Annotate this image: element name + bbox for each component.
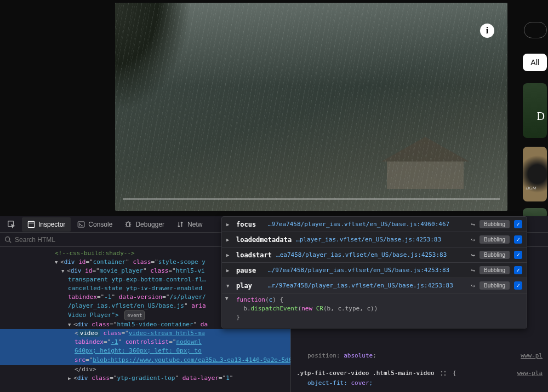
event-source-link[interactable]: …/97ea7458/player_ias.vflset/en_US/base.… <box>268 267 467 274</box>
html-node-video-selected[interactable]: <video class="video-stream html5-ma <box>0 329 290 338</box>
tab-debugger[interactable]: Debugger <box>119 217 170 232</box>
devtools-panel: Inspector Console Debugger Ne <box>0 216 548 392</box>
event-listeners-panel: ▶ focus …97ea7458/player_ias.vflset/en_U… <box>221 216 527 328</box>
svg-point-13 <box>5 237 10 241</box>
css-source-link[interactable]: www-pl <box>521 351 543 361</box>
chevron-right-icon[interactable]: ▶ <box>226 237 232 243</box>
html-node-gradient-top[interactable]: <div class="ytp-gradient-top" data-layer… <box>0 374 290 383</box>
svg-point-18 <box>444 374 446 376</box>
svg-rect-5 <box>127 222 130 227</box>
bubbling-badge: Bubbling <box>480 251 510 259</box>
event-source-link[interactable]: …r/97ea7458/player_ias.vflset/en_US/base… <box>268 282 467 289</box>
html-close-div[interactable]: </div> <box>0 365 290 374</box>
event-enabled-checkbox[interactable]: ✓ <box>514 251 522 259</box>
css-declaration[interactable]: object-fit: cover; <box>296 378 543 388</box>
search-icon <box>4 236 12 243</box>
event-listener-pause[interactable]: ▶ pause …/97ea7458/player_ias.vflset/en_… <box>222 263 527 278</box>
svg-point-15 <box>441 371 442 372</box>
event-enabled-checkbox[interactable]: ✓ <box>514 235 522 244</box>
tab-debugger-label: Debugger <box>135 221 164 228</box>
svg-rect-1 <box>28 221 34 227</box>
tab-inspector-label: Inspector <box>38 221 65 228</box>
svg-point-17 <box>441 374 442 376</box>
goto-definition-icon[interactable]: ↪ <box>471 282 475 290</box>
css-declaration[interactable]: position: absolute; <box>296 351 543 361</box>
event-enabled-checkbox[interactable]: ✓ <box>514 220 522 228</box>
css-source-link[interactable]: www-pla <box>517 368 543 378</box>
event-handler-code: ▼ function(c) { b.dispatchEvent(new CR(b… <box>222 293 527 328</box>
video-rain-overlay <box>115 3 507 211</box>
html-line: src="blob:https://www.youtube.com/ea35a…… <box>0 355 290 365</box>
chevron-right-icon[interactable]: ▶ <box>226 222 232 227</box>
filter-chip-all[interactable]: All <box>523 54 547 71</box>
chevron-right-icon[interactable]: ▶ <box>226 252 232 258</box>
info-icon[interactable]: i <box>480 24 494 38</box>
event-source-link[interactable]: …ea7458/player_ias.vflset/en_US/base.js:… <box>276 251 467 258</box>
svg-rect-3 <box>78 222 84 227</box>
event-listener-play[interactable]: ▼ play …r/97ea7458/player_ias.vflset/en_… <box>222 278 527 293</box>
pill-button[interactable] <box>524 22 547 38</box>
video-thumbnail-1[interactable] <box>523 83 547 138</box>
grid-icon[interactable] <box>440 370 447 377</box>
right-sidebar: All <box>522 0 548 216</box>
event-badge[interactable]: event <box>124 310 145 320</box>
html-line: 640px; height: 360px; left: 0px; to <box>0 347 290 355</box>
video-thumbnail-2[interactable] <box>523 147 547 201</box>
video-progress-bar[interactable] <box>123 198 500 200</box>
element-picker-button[interactable] <box>2 217 21 232</box>
chevron-down-icon[interactable]: ▼ <box>226 283 232 289</box>
chevron-down-icon[interactable]: ▼ <box>222 293 232 328</box>
css-rule[interactable]: www-pla .ytp-fit-cover-video .html5-main… <box>296 368 543 378</box>
goto-definition-icon[interactable]: ↪ <box>471 267 475 274</box>
event-listener-loadedmetadata[interactable]: ▶ loadedmetadata …player_ias.vflset/en_U… <box>222 232 527 247</box>
event-source-link[interactable]: …97ea7458/player_ias.vflset/en_US/base.j… <box>268 221 467 228</box>
event-enabled-checkbox[interactable]: ✓ <box>514 281 522 290</box>
tab-console[interactable]: Console <box>72 217 118 232</box>
video-player[interactable]: i <box>115 3 507 211</box>
event-listener-focus[interactable]: ▶ focus …97ea7458/player_ias.vflset/en_U… <box>222 217 527 232</box>
svg-point-16 <box>444 371 446 372</box>
tab-network[interactable]: Netw <box>171 217 208 232</box>
bubbling-badge: Bubbling <box>480 281 510 290</box>
video-area: i All <box>0 0 548 216</box>
goto-definition-icon[interactable]: ↪ <box>471 221 475 228</box>
bubbling-badge: Bubbling <box>480 266 510 274</box>
goto-definition-icon[interactable]: ↪ <box>471 251 475 259</box>
chevron-right-icon[interactable]: ▶ <box>226 268 232 273</box>
bubbling-badge: Bubbling <box>480 220 510 228</box>
bubbling-badge: Bubbling <box>480 235 510 244</box>
code-block[interactable]: function(c) { b.dispatchEvent(new CR(b, … <box>232 293 382 328</box>
tab-network-label: Netw <box>187 221 202 228</box>
tab-console-label: Console <box>88 221 112 228</box>
html-line: tabindex="-1" controlslist="nodownl <box>0 338 290 347</box>
goto-definition-icon[interactable]: ↪ <box>471 236 475 244</box>
tab-inspector[interactable]: Inspector <box>22 217 71 232</box>
svg-line-14 <box>9 241 11 243</box>
event-enabled-checkbox[interactable]: ✓ <box>514 266 522 274</box>
event-listener-loadstart[interactable]: ▶ loadstart …ea7458/player_ias.vflset/en… <box>222 247 527 263</box>
event-source-link[interactable]: …player_ias.vflset/en_US/base.js:4253:83 <box>296 236 467 243</box>
